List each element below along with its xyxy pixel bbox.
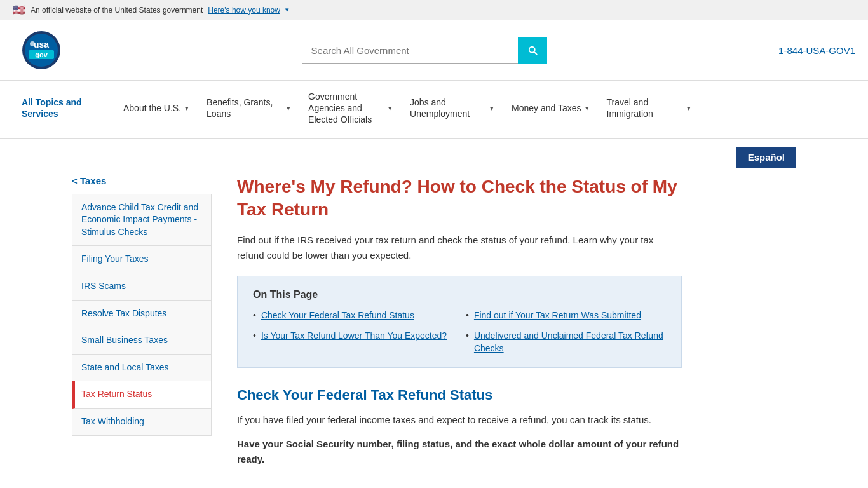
header: usa gov 1-844-USA-GOV1: [0, 20, 868, 81]
section1-heading: Check Your Federal Tax Refund Status: [237, 387, 682, 403]
search-area: [83, 37, 766, 64]
search-input[interactable]: [302, 37, 518, 64]
section1-bold-text: Have your Social Security number, filing…: [237, 437, 682, 467]
on-this-page-item-3: Is Your Tax Refund Lower Than You Expect…: [253, 330, 453, 355]
content-wrapper: Español Taxes Advance Child Tax Credit a…: [59, 139, 809, 488]
nav-item-about[interactable]: About the U.S. ▾: [114, 81, 198, 138]
on-this-page-link-1[interactable]: Check Your Federal Tax Refund Status: [261, 309, 414, 322]
main-layout: Taxes Advance Child Tax Credit and Econo…: [72, 175, 796, 488]
sidebar-item-advance-child[interactable]: Advance Child Tax Credit and Economic Im…: [72, 194, 211, 247]
on-this-page-box: On This Page Check Your Federal Tax Refu…: [237, 276, 682, 368]
svg-text:gov: gov: [35, 51, 48, 58]
chevron-down-icon: ▾: [388, 104, 392, 112]
sidebar-item-irs-scams[interactable]: IRS Scams: [72, 273, 211, 301]
phone-link[interactable]: 1-844-USA-GOV1: [778, 45, 855, 56]
espanol-bar: Español: [72, 139, 796, 175]
on-this-page-link-2[interactable]: Find out if Your Tax Return Was Submitte…: [474, 309, 641, 322]
nav-item-government[interactable]: Government Agencies and Elected Official…: [299, 81, 401, 138]
heres-how-link[interactable]: Here's how you know: [208, 6, 280, 15]
sidebar-item-tax-return[interactable]: Tax Return Status: [72, 381, 211, 409]
page-title: Where's My Refund? How to Check the Stat…: [237, 175, 682, 222]
svg-point-5: [30, 41, 35, 46]
espanol-button[interactable]: Español: [736, 147, 796, 168]
sidebar-item-state-local[interactable]: State and Local Taxes: [72, 355, 211, 382]
sidebar-nav: Advance Child Tax Credit and Economic Im…: [72, 194, 212, 436]
on-this-page-item-1: Check Your Federal Tax Refund Status: [253, 309, 453, 322]
official-banner: 🇺🇸 An official website of the United Sta…: [0, 0, 868, 20]
chevron-down-icon: ▾: [585, 104, 589, 112]
sidebar-item-withholding[interactable]: Tax Withholding: [72, 409, 211, 435]
section1-bold: Have your Social Security number, filing…: [237, 438, 679, 464]
section1-text: If you have filed your federal income ta…: [237, 412, 682, 428]
on-this-page-title: On This Page: [253, 289, 666, 301]
search-button[interactable]: [518, 37, 547, 64]
logo: usa gov: [13, 28, 70, 72]
on-this-page-grid: Check Your Federal Tax Refund Status Fin…: [253, 309, 666, 355]
nav-item-jobs[interactable]: Jobs and Unemployment ▾: [401, 81, 503, 138]
sidebar: Taxes Advance Child Tax Credit and Econo…: [72, 175, 212, 477]
on-this-page-item-4: Undelivered and Unclaimed Federal Tax Re…: [466, 330, 666, 355]
chevron-down-icon: ▾: [285, 6, 289, 14]
search-icon: [527, 44, 538, 56]
chevron-down-icon: ▾: [687, 104, 691, 112]
sidebar-item-resolve[interactable]: Resolve Tax Disputes: [72, 301, 211, 328]
svg-text:usa: usa: [33, 39, 48, 50]
main-nav: All Topics and Services About the U.S. ▾…: [0, 81, 868, 139]
on-this-page-link-4[interactable]: Undelivered and Unclaimed Federal Tax Re…: [474, 330, 666, 355]
chevron-down-icon: ▾: [287, 104, 290, 112]
nav-item-travel[interactable]: Travel and Immigration ▾: [598, 81, 700, 138]
intro-text: Find out if the IRS received your tax re…: [237, 233, 682, 263]
on-this-page-link-3[interactable]: Is Your Tax Refund Lower Than You Expect…: [261, 330, 447, 342]
nav-item-all-topics[interactable]: All Topics and Services: [13, 81, 114, 138]
nav-item-money[interactable]: Money and Taxes ▾: [503, 81, 597, 138]
main-content: Where's My Refund? How to Check the Stat…: [237, 175, 682, 477]
flag-icon: 🇺🇸: [13, 4, 25, 16]
chevron-down-icon: ▾: [185, 104, 189, 112]
official-text: An official website of the United States…: [31, 6, 203, 15]
nav-item-benefits[interactable]: Benefits, Grants, Loans ▾: [198, 81, 299, 138]
on-this-page-item-2: Find out if Your Tax Return Was Submitte…: [466, 309, 666, 322]
sidebar-item-small-business[interactable]: Small Business Taxes: [72, 327, 211, 355]
chevron-down-icon: ▾: [490, 104, 494, 112]
sidebar-item-filing[interactable]: Filing Your Taxes: [72, 246, 211, 273]
logo-area[interactable]: usa gov: [13, 28, 70, 72]
sidebar-back-link[interactable]: Taxes: [72, 175, 212, 186]
